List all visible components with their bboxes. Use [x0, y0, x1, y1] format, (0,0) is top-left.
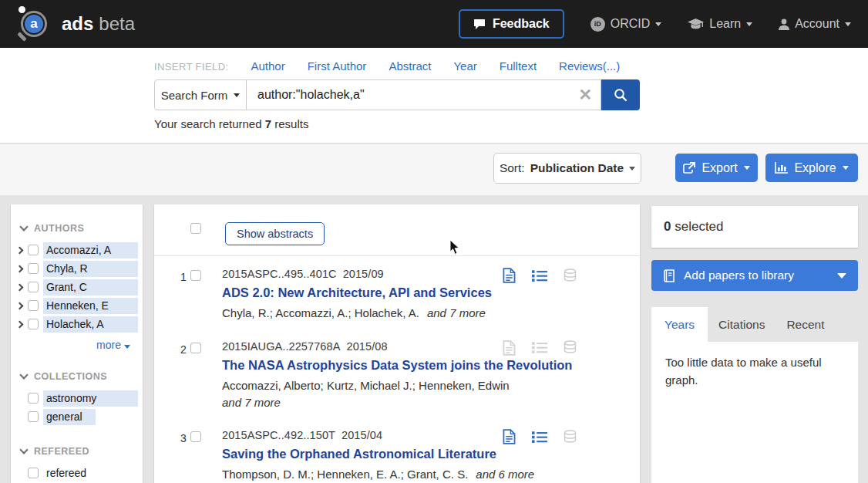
- result-checkbox[interactable]: [190, 270, 201, 281]
- facet-item[interactable]: Chyla, R: [15, 259, 143, 278]
- facet-checkbox[interactable]: [28, 282, 39, 292]
- result-authors: Accomazzi, Alberto; Kurtz, Michael J.; H…: [222, 377, 574, 411]
- result-number: 2: [180, 343, 187, 356]
- facet-label: Holachek, A: [43, 318, 104, 330]
- expand-arrow-icon[interactable]: [16, 283, 24, 291]
- facet-label: astronomy: [43, 392, 96, 404]
- explore-button[interactable]: Explore: [765, 154, 858, 182]
- sort-dropdown[interactable]: Sort: Publication Date: [493, 153, 641, 184]
- fulltext-document-icon[interactable]: [503, 340, 516, 356]
- citations-list-icon[interactable]: [532, 431, 547, 444]
- facet-label-wrap: refereed: [43, 465, 138, 481]
- facet-item[interactable]: general: [28, 407, 143, 426]
- facet-checkbox[interactable]: [28, 263, 39, 274]
- result-row: 32015ASPC..492..150T2015/04Saving the Or…: [154, 417, 640, 483]
- facet-item[interactable]: Henneken, E: [15, 296, 143, 315]
- feedback-button[interactable]: Feedback: [459, 9, 564, 39]
- results-count-number: 7: [265, 117, 271, 130]
- facet-section-header[interactable]: AUTHORS: [21, 223, 143, 234]
- result-checkbox[interactable]: [190, 343, 201, 353]
- facet-item[interactable]: Grant, C: [15, 278, 143, 296]
- graph-tab-citations[interactable]: Citations: [708, 307, 775, 342]
- facet-label-wrap: Henneken, E: [43, 298, 138, 314]
- insert-field-label: INSERT FIELD:: [154, 61, 228, 73]
- results-count-text: Your search returned 7 results: [154, 117, 308, 130]
- clear-search-icon[interactable]: ✕: [578, 86, 592, 104]
- insert-field-link[interactable]: Reviews(...): [559, 59, 620, 73]
- facet-checkbox[interactable]: [28, 411, 39, 422]
- facet-section-header[interactable]: REFEREED: [21, 446, 143, 457]
- facet-item[interactable]: Accomazzi, A: [15, 241, 143, 259]
- chevron-down-icon: [746, 22, 752, 26]
- data-products-icon[interactable]: [564, 269, 577, 283]
- expand-arrow-icon[interactable]: [16, 320, 24, 328]
- show-abstracts-button[interactable]: Show abstracts: [225, 222, 325, 245]
- facet-checkbox[interactable]: [28, 245, 39, 255]
- facet-label: Grant, C: [43, 281, 87, 293]
- insert-field-link[interactable]: Author: [251, 59, 284, 73]
- facet-sidebar: AUTHORSAccomazzi, AChyla, RGrant, CHenne…: [11, 204, 143, 483]
- result-checkbox[interactable]: [190, 431, 201, 442]
- select-all-checkbox[interactable]: [190, 223, 201, 234]
- data-products-icon[interactable]: [564, 340, 577, 355]
- insert-field-link[interactable]: Abstract: [389, 59, 431, 73]
- graph-tab-years[interactable]: Years: [651, 307, 708, 342]
- graph-tabs: YearsCitationsRecent Reads: [651, 307, 868, 342]
- citations-list-icon[interactable]: [532, 341, 547, 354]
- result-row: 22015IAUGA..2257768A2015/08The NASA Astr…: [154, 329, 640, 418]
- chevron-down-icon: [744, 166, 750, 170]
- insert-field-link[interactable]: First Author: [308, 59, 367, 73]
- facet-item[interactable]: Holachek, A: [15, 315, 143, 333]
- facet-label: Henneken, E: [43, 299, 109, 312]
- navbar: a adsbeta Feedback iD ORCID Learn: [0, 0, 868, 48]
- result-bibcode[interactable]: 2015IAUGA..2257768A: [222, 340, 340, 353]
- facet-section-header[interactable]: COLLECTIONS: [21, 371, 143, 382]
- result-more-authors: and 6 more: [476, 468, 534, 481]
- selected-count-box: 0 selected: [651, 206, 858, 248]
- learn-menu[interactable]: Learn: [688, 17, 752, 31]
- orcid-menu[interactable]: iD ORCID: [590, 17, 662, 32]
- account-menu[interactable]: Account: [779, 17, 851, 31]
- result-number: 1: [180, 271, 187, 283]
- result-number: 3: [180, 432, 187, 444]
- result-more-authors: and 7 more: [222, 394, 574, 411]
- insert-field-link[interactable]: Fulltext: [500, 59, 537, 73]
- graduation-cap-icon: [688, 19, 704, 30]
- result-title-link[interactable]: The NASA Astrophysics Data System joins …: [222, 358, 574, 373]
- result-title-link[interactable]: Saving the Orphaned Astronomical Literat…: [222, 447, 574, 461]
- results-header-row: Show abstracts: [154, 204, 640, 256]
- expand-arrow-icon[interactable]: [16, 302, 24, 309]
- search-input[interactable]: [247, 79, 601, 110]
- facet-checkbox[interactable]: [28, 468, 39, 478]
- fulltext-document-icon[interactable]: [503, 429, 516, 444]
- facet-checkbox[interactable]: [28, 300, 39, 311]
- search-button[interactable]: [601, 79, 640, 110]
- facet-section-title: AUTHORS: [34, 223, 84, 234]
- facet-checkbox[interactable]: [28, 319, 39, 329]
- chevron-down-icon: [19, 370, 28, 379]
- facet-item[interactable]: refereed: [28, 464, 143, 482]
- search-icon: [614, 88, 627, 102]
- data-products-icon[interactable]: [564, 430, 577, 444]
- facet-section-title: COLLECTIONS: [34, 371, 107, 382]
- ads-logo[interactable]: a adsbeta: [14, 4, 135, 44]
- result-title-link[interactable]: ADS 2.0: New Architecture, API and Servi…: [222, 285, 574, 300]
- facet-label-wrap: Accomazzi, A: [43, 242, 138, 258]
- result-bibcode[interactable]: 2015ASPC..495..401C: [222, 268, 337, 280]
- export-button[interactable]: Export: [675, 154, 758, 182]
- add-to-library-button[interactable]: Add papers to library: [651, 260, 858, 291]
- authors-more-link[interactable]: more: [11, 339, 130, 351]
- fulltext-document-icon[interactable]: [503, 268, 516, 283]
- result-bibcode[interactable]: 2015ASPC..492..150T: [222, 429, 335, 441]
- graph-tab-recent-reads[interactable]: Recent Reads: [775, 307, 868, 342]
- result-pubdate: 2015/04: [341, 429, 382, 441]
- graph-panel: Too little data to make a useful graph.: [651, 342, 858, 483]
- citations-list-icon[interactable]: [532, 269, 547, 282]
- facet-label-wrap: astronomy: [43, 390, 138, 407]
- expand-arrow-icon[interactable]: [16, 265, 24, 272]
- insert-field-link[interactable]: Year: [453, 59, 476, 73]
- search-form-dropdown[interactable]: Search Form: [154, 79, 247, 110]
- expand-arrow-icon[interactable]: [16, 246, 24, 254]
- facet-item[interactable]: astronomy: [28, 389, 143, 407]
- facet-checkbox[interactable]: [28, 393, 39, 404]
